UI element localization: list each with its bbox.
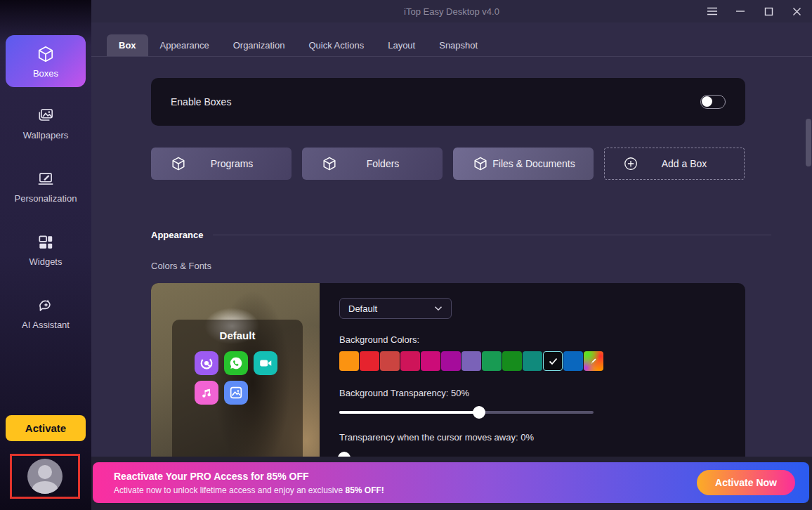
color-swatch[interactable] bbox=[421, 351, 440, 371]
color-swatch[interactable] bbox=[360, 351, 379, 371]
box-buttons-row: Programs Folders Files & Documents Add a… bbox=[151, 148, 745, 180]
color-swatch[interactable] bbox=[441, 351, 461, 371]
box-label: Folders bbox=[337, 158, 443, 169]
tab-layout[interactable]: Layout bbox=[376, 34, 427, 56]
tab-quick-actions[interactable]: Quick Actions bbox=[296, 34, 376, 56]
whatsapp-icon bbox=[224, 351, 248, 375]
toggle-knob bbox=[702, 96, 712, 107]
promo-title: Reactivate Your PRO Access for 85% OFF bbox=[114, 471, 697, 482]
avatar[interactable] bbox=[27, 459, 63, 494]
minimize-icon[interactable] bbox=[731, 2, 750, 20]
chevron-down-icon bbox=[434, 306, 443, 311]
widgets-icon bbox=[37, 233, 55, 251]
tab-appearance[interactable]: Appearance bbox=[148, 34, 221, 56]
background-transparency-label: Background Transparency: 50% bbox=[339, 388, 745, 398]
color-swatch[interactable] bbox=[482, 351, 502, 371]
background-colors-label: Background Colors: bbox=[339, 334, 745, 345]
color-swatch-selected[interactable] bbox=[543, 351, 563, 371]
wallpapers-icon bbox=[37, 107, 55, 125]
add-a-box-label: Add a Box bbox=[639, 158, 744, 169]
window-controls bbox=[702, 0, 806, 22]
slider-thumb[interactable] bbox=[473, 406, 485, 419]
tab-organization[interactable]: Organization bbox=[221, 34, 297, 56]
settings-tabs: Box Appearance Organization Quick Action… bbox=[91, 34, 812, 57]
maximize-icon[interactable] bbox=[759, 2, 778, 20]
box-programs-button[interactable]: Programs bbox=[151, 148, 292, 180]
titlebar: iTop Easy Desktop v4.0 bbox=[91, 0, 812, 22]
section-divider bbox=[213, 235, 771, 235]
sidebar-item-wallpapers[interactable]: Wallpapers bbox=[6, 100, 86, 148]
box-label: Files & Documents bbox=[488, 158, 594, 169]
box-folders-button[interactable]: Folders bbox=[302, 148, 443, 180]
box-preview: Default bbox=[172, 320, 303, 462]
color-swatch[interactable] bbox=[400, 351, 420, 371]
sidebar-item-widgets[interactable]: Widgets bbox=[6, 226, 86, 274]
appearance-section-header: Appearance bbox=[151, 230, 771, 240]
color-swatch[interactable] bbox=[461, 351, 481, 371]
sidebar-item-personalization[interactable]: Personalization bbox=[6, 163, 86, 211]
color-swatch[interactable] bbox=[502, 351, 522, 371]
colors-fonts-label: Colors & Fonts bbox=[151, 261, 211, 271]
close-icon[interactable] bbox=[787, 2, 806, 20]
avatar-head bbox=[38, 465, 52, 479]
sidebar-item-label: Boxes bbox=[33, 68, 58, 79]
section-title: Appearance bbox=[151, 230, 203, 240]
box-files-documents-button[interactable]: Files & Documents bbox=[453, 148, 594, 180]
theme-select-value: Default bbox=[348, 303, 434, 314]
activate-now-button[interactable]: Activate Now bbox=[697, 470, 795, 495]
color-swatch[interactable] bbox=[339, 351, 359, 371]
check-icon bbox=[549, 358, 558, 365]
cube-icon bbox=[473, 156, 488, 171]
background-transparency-slider[interactable] bbox=[339, 411, 594, 414]
sidebar-item-label: Wallpapers bbox=[23, 130, 69, 140]
music-icon bbox=[195, 381, 218, 405]
wallpaper-preview: Default bbox=[151, 283, 320, 462]
sidebar-item-boxes[interactable]: Boxes bbox=[6, 35, 86, 87]
footer: Reactivate Your PRO Access for 85% OFF A… bbox=[91, 457, 812, 510]
main-content: Enable Boxes Programs Folders bbox=[91, 57, 812, 457]
eyedropper-icon bbox=[589, 356, 598, 366]
promo-subtitle-highlight: 85% OFF! bbox=[346, 485, 384, 495]
sidebar-item-label: Widgets bbox=[30, 256, 63, 267]
promo-subtitle-text: Activate now to unlock lifetime access a… bbox=[114, 485, 346, 495]
tab-box[interactable]: Box bbox=[107, 34, 148, 56]
avatar-body bbox=[32, 481, 58, 494]
colors-fonts-panel: Default bbox=[151, 283, 745, 462]
enable-boxes-toggle[interactable] bbox=[700, 95, 726, 109]
cursor-transparency-label: Transparency when the cursor moves away:… bbox=[339, 432, 745, 443]
photos-icon bbox=[224, 381, 248, 405]
activate-button[interactable]: Activate bbox=[6, 415, 86, 441]
enable-boxes-row: Enable Boxes bbox=[151, 78, 745, 126]
slider-fill bbox=[339, 411, 479, 414]
color-swatch[interactable] bbox=[563, 351, 583, 371]
account-avatar-highlight[interactable] bbox=[10, 454, 80, 499]
color-swatch[interactable] bbox=[523, 351, 542, 371]
menu-icon[interactable] bbox=[702, 2, 722, 20]
promo-text: Reactivate Your PRO Access for 85% OFF A… bbox=[114, 471, 697, 495]
promo-banner: Reactivate Your PRO Access for 85% OFF A… bbox=[93, 462, 809, 503]
ai-assistant-icon bbox=[37, 296, 55, 315]
cube-icon bbox=[322, 156, 337, 171]
tab-snapshot[interactable]: Snapshot bbox=[427, 34, 490, 56]
sidebar-item-ai-assistant[interactable]: AI Assistant bbox=[6, 289, 86, 337]
box-label: Programs bbox=[186, 158, 292, 169]
box-preview-title: Default bbox=[172, 329, 303, 341]
box-preview-icons bbox=[172, 341, 299, 405]
promo-subtitle: Activate now to unlock lifetime access a… bbox=[114, 485, 697, 495]
sidebar-item-label: Personalization bbox=[15, 193, 77, 204]
personalization-icon bbox=[37, 170, 55, 188]
colors-fonts-controls: Default Background Colors: bbox=[320, 283, 745, 462]
vertical-scrollbar[interactable] bbox=[806, 119, 811, 166]
enable-boxes-label: Enable Boxes bbox=[171, 96, 700, 107]
add-a-box-button[interactable]: Add a Box bbox=[604, 148, 745, 180]
plus-circle-icon bbox=[623, 156, 639, 171]
cube-icon bbox=[37, 45, 55, 63]
app-window: Boxes Wallpapers Personal bbox=[0, 0, 812, 510]
video-icon bbox=[254, 351, 277, 375]
theme-select[interactable]: Default bbox=[339, 298, 452, 319]
background-color-swatches bbox=[339, 351, 745, 371]
sidebar: Boxes Wallpapers Personal bbox=[0, 0, 91, 510]
color-swatch[interactable] bbox=[380, 351, 400, 371]
chrome-icon bbox=[195, 351, 218, 375]
custom-color-picker-swatch[interactable] bbox=[584, 351, 603, 371]
